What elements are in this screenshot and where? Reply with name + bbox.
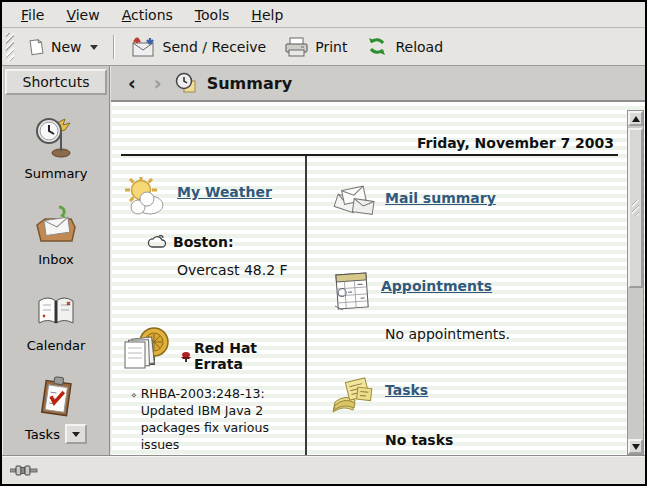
sidebar-item-label: Inbox (38, 252, 74, 267)
shortcut-scroll-down-button[interactable] (65, 424, 87, 444)
arrow-down-icon (632, 444, 640, 450)
menu-file[interactable]: File (10, 4, 55, 26)
arrow-up-icon (632, 116, 640, 122)
new-button-label: New (51, 39, 82, 55)
scrollbar-thumb[interactable] (628, 128, 643, 288)
send-receive-label: Send / Receive (163, 39, 267, 55)
mail-summary-icon (329, 180, 377, 224)
sidebar-item-label: Summary (25, 166, 88, 181)
new-button[interactable]: New (18, 34, 107, 60)
summary-small-icon (175, 72, 197, 94)
calendar-icon (33, 287, 79, 333)
print-icon (284, 36, 309, 58)
left-column: My Weather Boston: Overcast 48.2 (121, 156, 305, 456)
summary-icon (33, 115, 79, 161)
right-column: Mail summary (305, 156, 618, 456)
new-document-icon (27, 38, 45, 56)
toolbar: New Send / Receive (2, 29, 645, 66)
appointments-section: Appointments No appointments. (329, 268, 618, 342)
view-title: Summary (207, 74, 292, 93)
appointments-icon (329, 268, 373, 312)
summary-content: Friday, November 7 2003 (111, 102, 645, 456)
main-view: Summary Friday, November 7 2003 (111, 66, 645, 456)
online-status-icon[interactable] (10, 464, 40, 477)
evolution-window: File View Actions Tools Help New (0, 0, 647, 486)
mail-summary-section: Mail summary (329, 180, 618, 224)
tasks-empty: No tasks (385, 432, 618, 448)
sidebar-item-label: Calendar (27, 338, 85, 353)
current-date: Friday, November 7 2003 (121, 135, 618, 151)
sidebar-item-inbox[interactable]: Inbox (3, 201, 109, 267)
toolbar-separator (113, 35, 115, 59)
print-button[interactable]: Print (275, 32, 356, 62)
weather-location: Boston: (173, 234, 234, 250)
sidebar-item-label: Tasks (25, 427, 60, 442)
weather-icon (121, 174, 169, 222)
forward-button[interactable] (149, 74, 167, 93)
menu-help[interactable]: Help (240, 4, 294, 26)
shortcuts-label: Shortcuts (23, 74, 90, 90)
inbox-icon (33, 201, 79, 247)
vertical-scrollbar[interactable] (627, 110, 644, 455)
print-label: Print (315, 39, 347, 55)
cloud-icon (147, 235, 167, 249)
my-weather-link[interactable]: My Weather (177, 184, 272, 200)
reload-button[interactable]: Reload (356, 32, 452, 62)
view-header: Summary (111, 66, 645, 102)
shortcut-bar: Shortcuts Summary (2, 66, 110, 456)
red-hat-icon (181, 350, 191, 362)
toolbar-grip[interactable] (6, 33, 14, 61)
back-button[interactable] (123, 74, 141, 93)
chevron-down-icon (90, 45, 98, 50)
mail-summary-link[interactable]: Mail summary (385, 190, 496, 206)
tasks-icon (33, 373, 79, 419)
errata-list: RHBA-2003:248-13: Updated IBM Java 2 pac… (131, 386, 307, 456)
weather-section: My Weather (121, 174, 305, 222)
tasks-section: Tasks No tasks (329, 372, 618, 448)
reload-icon (365, 36, 389, 58)
send-receive-icon (130, 35, 157, 59)
errata-section: Red Hat Errata RHBA-2003:248-13: Updated… (121, 326, 305, 456)
statusbar (2, 456, 645, 484)
errata-title: Red Hat Errata (194, 340, 305, 372)
chevron-down-icon (72, 432, 80, 437)
menubar: File View Actions Tools Help (2, 2, 645, 28)
scroll-down-button[interactable] (628, 439, 643, 454)
sidebar-item-tasks[interactable]: Tasks (3, 373, 109, 444)
appointments-empty: No appointments. (385, 326, 618, 342)
tasks-notes-icon (329, 372, 377, 418)
appointments-link[interactable]: Appointments (381, 278, 492, 294)
menu-tools[interactable]: Tools (184, 4, 241, 26)
menu-actions[interactable]: Actions (111, 4, 184, 26)
scroll-up-button[interactable] (628, 111, 643, 126)
sidebar-item-calendar[interactable]: Calendar (3, 287, 109, 353)
reload-label: Reload (395, 39, 443, 55)
weather-condition: Overcast 48.2 F (177, 262, 305, 278)
tasks-link[interactable]: Tasks (385, 382, 428, 398)
errata-item[interactable]: RHBA-2003:248-13: Updated IBM Java 2 pac… (131, 386, 307, 454)
menu-view[interactable]: View (55, 4, 110, 26)
errata-icon (121, 326, 173, 376)
shortcuts-group-button[interactable]: Shortcuts (5, 69, 107, 95)
sidebar-item-summary[interactable]: Summary (3, 115, 109, 181)
send-receive-button[interactable]: Send / Receive (121, 31, 276, 63)
